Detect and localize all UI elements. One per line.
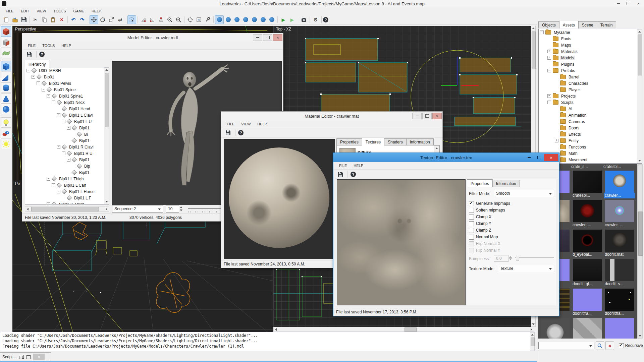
asset-item-partial[interactable] <box>540 318 571 339</box>
tree-expander-icon[interactable] <box>67 158 70 162</box>
material-editor-tab[interactable]: Information <box>406 138 434 145</box>
script-window-bar[interactable]: Script ... × <box>0 352 51 361</box>
tree-expander-icon[interactable] <box>547 94 551 98</box>
frame-input[interactable]: 10 <box>166 205 179 213</box>
model-tree-row[interactable]: Bip01 L Calf <box>25 182 109 188</box>
panel-tab[interactable]: Scene <box>578 21 597 28</box>
asset-thumbnail[interactable] <box>605 230 634 252</box>
select-tool-icon[interactable] <box>127 15 136 24</box>
assets-tree-row[interactable]: Projects <box>539 93 642 99</box>
texture-editor-menu-item[interactable]: HELP <box>351 163 366 169</box>
console-scrollbar[interactable] <box>530 332 535 351</box>
asset-thumbnail[interactable] <box>573 171 602 193</box>
directional-light-tool[interactable] <box>1 139 11 149</box>
asset-thumbnail[interactable] <box>573 318 602 339</box>
model-editor-close-button[interactable]: × <box>273 34 282 41</box>
zoom-out-icon[interactable] <box>174 15 183 24</box>
cylinder-primitive-tool[interactable] <box>1 82 11 93</box>
material-preview-viewport[interactable] <box>224 139 335 259</box>
tree-expander-icon[interactable] <box>32 75 35 79</box>
import-icon[interactable] <box>11 15 19 24</box>
assets-tree-row[interactable]: AI <box>539 106 642 112</box>
asset-thumbnail[interactable] <box>541 318 570 339</box>
tree-expander-icon[interactable] <box>547 56 551 60</box>
maximize-icon[interactable] <box>26 355 31 359</box>
search-icon[interactable] <box>596 341 604 350</box>
viewport-perspective[interactable]: Perspective <box>12 26 273 33</box>
menu-item[interactable]: HELP <box>89 8 104 14</box>
tree-expander-icon[interactable] <box>547 50 551 53</box>
viewport-layout-6-icon[interactable] <box>259 15 267 24</box>
asset-item[interactable]: d_eyebal... <box>572 230 603 257</box>
scale-tool-icon[interactable] <box>107 15 116 24</box>
asset-item[interactable]: doorlitfra... <box>572 289 603 316</box>
console-output[interactable]: Loading shader "C:/Users/Josh/Documents/… <box>0 332 535 351</box>
asset-item[interactable]: cratesbl... <box>572 171 603 198</box>
run-game-icon[interactable]: ▶ <box>279 15 288 24</box>
assets-tree-row[interactable]: Plugins <box>539 61 642 67</box>
move-tool-icon[interactable] <box>90 15 98 24</box>
asset-label-partial[interactable]: crate_s... <box>571 164 603 169</box>
screenshot-icon[interactable] <box>300 15 308 24</box>
texture-editor-maximize-button[interactable] <box>534 154 544 161</box>
asset-label-partial[interactable]: cratesbl... <box>603 164 636 169</box>
viewport-layout-5-icon[interactable] <box>250 15 259 24</box>
menu-item[interactable]: GAME <box>70 8 87 14</box>
model-editor-menu-item[interactable]: HELP <box>58 43 74 49</box>
model-tree-row[interactable]: Bip01 Neck <box>25 99 109 106</box>
viewport-perspective-edge[interactable] <box>12 33 22 180</box>
assets-tree-row[interactable]: Characters <box>539 80 642 86</box>
material-editor-close-button[interactable]: × <box>432 113 442 119</box>
model-tree-row[interactable]: Bip01 L Clavi <box>25 112 109 118</box>
model-tree-row[interactable]: Bip01 Pelvis <box>25 80 109 86</box>
texture-option-row[interactable]: Flip Normal Y <box>469 247 510 254</box>
assets-tree-row[interactable]: Animation <box>539 112 642 118</box>
material-editor-menu-item[interactable]: FILE <box>224 121 237 127</box>
bumpiness-input[interactable]: 0.0 <box>494 255 508 262</box>
tree-expander-icon[interactable] <box>47 94 50 98</box>
options-gear-icon[interactable]: ⚙ <box>311 15 320 24</box>
model-tree-row[interactable]: Bip01 R Thigh <box>25 201 109 204</box>
assets-tree-row[interactable]: Scripts <box>539 99 642 106</box>
texture-option-checkbox[interactable] <box>469 235 474 240</box>
asset-item[interactable]: doorlit_s... <box>604 259 635 287</box>
save-icon[interactable] <box>19 15 28 24</box>
model-tree-row[interactable]: Bip01 L F <box>25 195 109 201</box>
close-button[interactable]: × <box>633 0 643 6</box>
mirror-tool-icon[interactable]: ⇄ <box>116 15 124 24</box>
material-editor-tab[interactable]: Shaders <box>384 138 407 145</box>
sequence-dropdown[interactable]: Sequence 2 <box>112 205 163 213</box>
fit-view-icon[interactable] <box>195 15 203 24</box>
model-tree-row[interactable]: Bip01 Spine <box>25 86 109 93</box>
rotate-tool-icon[interactable] <box>98 15 107 24</box>
model-tree-row[interactable]: Bi <box>25 131 109 137</box>
model-editor-titlebar[interactable]: Model Editor - crawler.mdl × <box>22 33 283 42</box>
filter-mode-dropdown[interactable]: Smooth <box>494 190 554 197</box>
assets-tree-row[interactable]: Fonts <box>539 36 642 42</box>
tree-expander-icon[interactable] <box>547 101 551 104</box>
restore-icon[interactable] <box>20 355 24 359</box>
copy-icon[interactable] <box>40 15 49 24</box>
material-editor-titlebar[interactable]: Material Editor - crawler.mat × <box>221 112 442 120</box>
assets-tree-row[interactable]: Doors <box>539 125 642 131</box>
tree-expander-icon[interactable] <box>37 81 40 85</box>
pick-icon[interactable] <box>203 15 212 24</box>
zoom-in-icon[interactable] <box>165 15 174 24</box>
asset-thumbnail[interactable] <box>605 259 634 281</box>
asset-item[interactable]: crawler_... <box>604 200 635 228</box>
texture-option-row[interactable]: Generate mipmaps <box>469 200 510 207</box>
model-editor-minimize-button[interactable] <box>253 34 262 41</box>
assets-tree-scrollbar[interactable] <box>637 29 642 163</box>
model-tree-row[interactable]: Bip01 <box>25 137 109 144</box>
viewport-layout-1-icon[interactable] <box>215 15 224 24</box>
tree-expander-icon[interactable] <box>540 31 544 34</box>
undo-icon[interactable]: ↶ <box>69 15 78 24</box>
target-camera-icon[interactable] <box>186 15 195 24</box>
texture-option-checkbox[interactable] <box>469 228 474 233</box>
model-editor-help-icon[interactable]: ? <box>39 52 45 57</box>
texture-option-checkbox[interactable] <box>469 248 474 253</box>
bumpiness-slider[interactable] <box>515 254 554 262</box>
model-tree-row[interactable]: Bip01 Head <box>25 106 109 112</box>
asset-thumbnail[interactable] <box>573 289 602 311</box>
tree-expander-icon[interactable] <box>47 177 50 181</box>
